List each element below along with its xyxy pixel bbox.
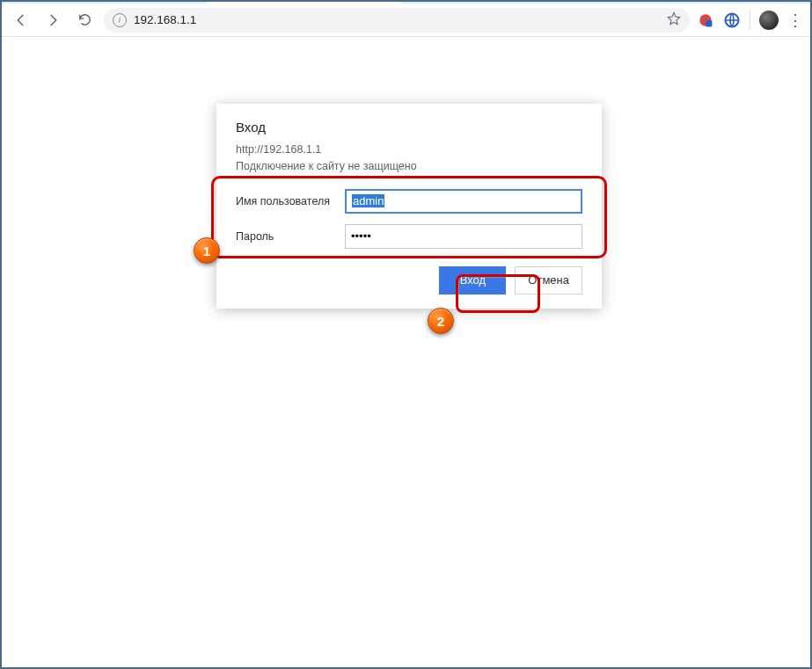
password-row: Пароль [236, 224, 582, 249]
back-button[interactable] [9, 8, 33, 33]
extension-globe-icon[interactable] [723, 11, 741, 29]
password-label: Пароль [236, 230, 334, 243]
dialog-subtext: http://192.168.1.1 Подключение к сайту н… [236, 142, 582, 175]
password-input[interactable] [345, 224, 582, 249]
toolbar-separator [750, 11, 750, 30]
profile-avatar[interactable] [759, 11, 779, 30]
credential-fields: Имя пользователя admin Пароль [236, 189, 582, 249]
username-input[interactable]: admin [345, 189, 582, 214]
dialog-warning: Подключение к сайту не защищено [236, 158, 582, 175]
username-value: admin [352, 194, 384, 207]
annotation-callout-2: 2 [428, 308, 454, 334]
tab-router[interactable]: 192.168.1.1 ✕ [207, 0, 400, 4]
cancel-button[interactable]: Отмена [515, 266, 582, 295]
extension-icon[interactable] [697, 11, 714, 29]
browser-toolbar: i 192.168.1.1 ⋮ [2, 4, 810, 37]
forward-button[interactable] [40, 8, 65, 33]
address-text: 192.168.1.1 [134, 13, 660, 26]
tab-lumpics[interactable]: Lumpics.ru ✕ [9, 0, 202, 4]
login-button[interactable]: Вход [439, 266, 506, 295]
annotation-callout-1: 1 [194, 237, 220, 264]
username-row: Имя пользователя admin [236, 189, 582, 214]
site-info-icon[interactable]: i [113, 13, 127, 27]
dialog-title: Вход [236, 120, 582, 135]
svg-rect-5 [706, 20, 713, 27]
username-label: Имя пользователя [236, 195, 334, 207]
menu-button[interactable]: ⋮ [787, 11, 803, 30]
dialog-origin: http://192.168.1.1 [236, 142, 582, 158]
tab-strip: Lumpics.ru ✕ 192.168.1.1 ✕ + [2, 0, 810, 4]
address-bar[interactable]: i 192.168.1.1 [104, 8, 690, 33]
bookmark-star-icon[interactable] [667, 11, 681, 28]
new-tab-button[interactable]: + [404, 0, 428, 2]
dialog-actions: Вход Отмена [236, 266, 582, 295]
http-auth-dialog: Вход http://192.168.1.1 Подключение к са… [216, 104, 602, 309]
extensions-area: ⋮ [697, 11, 803, 30]
reload-button[interactable] [72, 8, 97, 33]
